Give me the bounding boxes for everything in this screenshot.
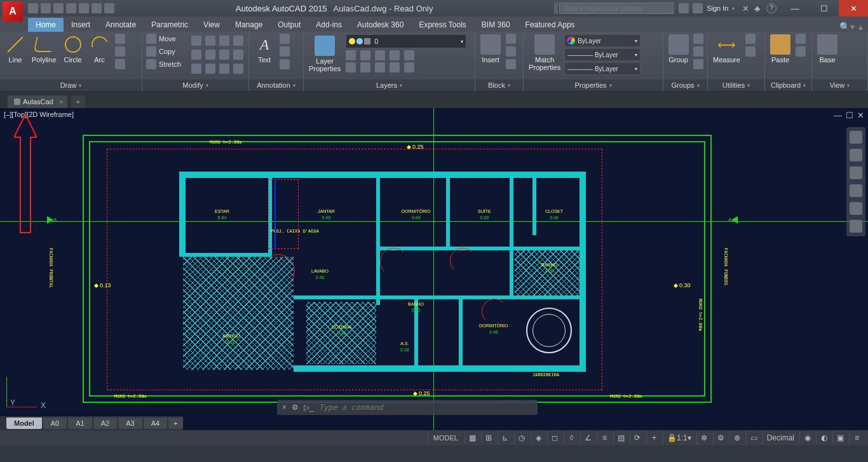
move-button[interactable]: Move (145, 33, 189, 44)
status-annoscale-icon[interactable]: ✼ (696, 431, 712, 444)
status-3dosnap-icon[interactable]: ◊ (564, 431, 579, 444)
status-units[interactable]: Decimal (763, 431, 798, 444)
stretch-button[interactable]: Stretch (145, 58, 189, 70)
layout-tab-a4[interactable]: A4 (144, 418, 167, 429)
color-selector[interactable]: ByLayer▾ (564, 34, 641, 47)
quickcalc-button[interactable] (744, 46, 757, 57)
tab-a360[interactable]: Autodesk 360 (349, 18, 411, 32)
steering-icon[interactable] (850, 149, 862, 161)
vp-close-icon[interactable]: ✕ (857, 111, 864, 120)
cut-button[interactable] (794, 33, 807, 44)
status-iso-icon[interactable]: ◈ (531, 431, 546, 444)
ellipse-button[interactable] (114, 46, 126, 57)
status-transp-icon[interactable]: ▤ (613, 431, 628, 444)
panel-properties-title[interactable]: Properties (524, 79, 663, 91)
qat-save-icon[interactable] (53, 3, 64, 13)
qat-open-icon[interactable] (41, 3, 51, 13)
layer-tool-2-icon[interactable] (360, 50, 370, 60)
help-icon[interactable]: ? (766, 3, 776, 13)
fillet-icon[interactable] (205, 50, 215, 60)
offset-icon[interactable] (233, 50, 243, 60)
group-button[interactable]: Group (666, 33, 691, 65)
circle-button[interactable]: Circle (60, 33, 86, 65)
layer-tool-1-icon[interactable] (346, 50, 356, 60)
panel-groups-title[interactable]: Groups (663, 79, 707, 91)
cmd-customize-icon[interactable]: ⚙ (292, 403, 299, 412)
stayconn-icon[interactable]: ♣ (754, 4, 760, 13)
layer-tool-7-icon[interactable] (360, 62, 370, 72)
layerprops-button[interactable]: Layer Properties (306, 34, 343, 74)
matchprops-button[interactable]: Match Properties (526, 33, 563, 72)
status-annomon-icon[interactable]: ⊕ (729, 431, 745, 444)
maximize-button[interactable]: ☐ (810, 0, 839, 17)
status-ws-icon[interactable]: ⚙ (713, 431, 728, 444)
selectall-button[interactable] (744, 33, 757, 44)
edit-block-button[interactable] (505, 46, 517, 57)
qat-redo-icon[interactable] (104, 3, 114, 13)
trim-icon[interactable] (205, 36, 215, 46)
panel-clipboard-title[interactable]: Clipboard (765, 79, 811, 91)
layout-tab-a3[interactable]: A3 (118, 418, 142, 429)
zoom-icon[interactable] (850, 184, 862, 197)
scale-icon[interactable] (191, 64, 201, 74)
qat-undo-icon[interactable] (92, 3, 102, 13)
exchange-icon[interactable]: ✕ (742, 4, 749, 13)
app-menu-button[interactable]: A (3, 1, 23, 22)
copyclip-button[interactable] (794, 46, 807, 57)
close-tab-icon[interactable]: × (59, 98, 63, 105)
tab-addins[interactable]: Add-ins (308, 18, 349, 32)
hatch-button[interactable] (114, 58, 126, 70)
ungroup-button[interactable] (692, 33, 705, 44)
command-line[interactable]: × ⚙ ▷_ (277, 400, 538, 415)
tab-home[interactable]: Home (28, 18, 64, 32)
status-cycle-icon[interactable]: ⟳ (630, 431, 645, 444)
arc-button[interactable]: Arc (87, 33, 112, 65)
status-polar-icon[interactable]: ◷ (514, 431, 529, 444)
layer-tool-5-icon[interactable] (404, 50, 414, 60)
layer-tool-8-icon[interactable] (375, 62, 385, 72)
qat-plot-icon[interactable] (79, 3, 89, 13)
tab-express[interactable]: Express Tools (411, 18, 473, 32)
tab-view[interactable]: View (196, 18, 227, 32)
layer-tool-9-icon[interactable] (390, 62, 400, 72)
showmotion-icon[interactable] (850, 220, 862, 233)
text-button[interactable]: AText (252, 33, 277, 65)
status-scale[interactable]: 🔒 1:1 ▾ (663, 431, 695, 444)
rotate-icon[interactable] (191, 36, 201, 46)
arrayp-icon[interactable] (205, 64, 215, 74)
tab-manage[interactable]: Manage (227, 18, 270, 32)
status-otrack-icon[interactable]: ∠ (580, 431, 595, 444)
status-snap-icon[interactable]: ⊞ (481, 431, 496, 444)
polyline-button[interactable]: Polyline (29, 33, 59, 65)
layer-tool-3-icon[interactable] (375, 50, 385, 60)
paste-button[interactable]: Paste (768, 33, 793, 65)
layer-tool-10-icon[interactable] (404, 62, 414, 72)
status-isolate-icon[interactable]: ◐ (816, 431, 831, 444)
ribbon-options-icon[interactable]: 🔍▾ (839, 22, 855, 32)
mirror-icon[interactable] (191, 50, 201, 60)
layout-tab-a2[interactable]: A2 (93, 418, 117, 429)
layer-tool-6-icon[interactable] (346, 62, 356, 72)
panel-block-title[interactable]: Block (475, 79, 523, 91)
layer-tool-4-icon[interactable] (390, 50, 400, 60)
search-handle-icon[interactable] (554, 3, 558, 14)
layer-selector[interactable]: 0 ▾ (346, 34, 466, 48)
groupbb-button[interactable] (692, 58, 705, 70)
cmd-close-icon[interactable]: × (282, 403, 287, 412)
help-search-input[interactable] (559, 3, 674, 14)
vp-min-icon[interactable]: — (834, 111, 842, 120)
status-custom-icon[interactable]: ≡ (849, 431, 864, 444)
panel-layers-title[interactable]: Layers (304, 79, 475, 91)
linetype-selector[interactable]: ———— ByLayer▾ (564, 62, 641, 75)
status-clean-icon[interactable]: ▣ (832, 431, 848, 444)
panel-draw-title[interactable]: Draw (0, 79, 142, 91)
qat-new-icon[interactable] (28, 3, 38, 13)
file-tab-active[interactable]: AulasCad × (8, 95, 67, 108)
status-lw-icon[interactable]: ≡ (597, 431, 612, 444)
status-hw-icon[interactable]: ◉ (799, 431, 815, 444)
layout-tab-a0[interactable]: A0 (43, 418, 67, 429)
insert-button[interactable]: Insert (478, 33, 503, 65)
panel-annotation-title[interactable]: Annotation (249, 79, 303, 91)
copy-button[interactable]: Copy (145, 46, 189, 57)
panel-view-title[interactable]: View (812, 79, 867, 91)
